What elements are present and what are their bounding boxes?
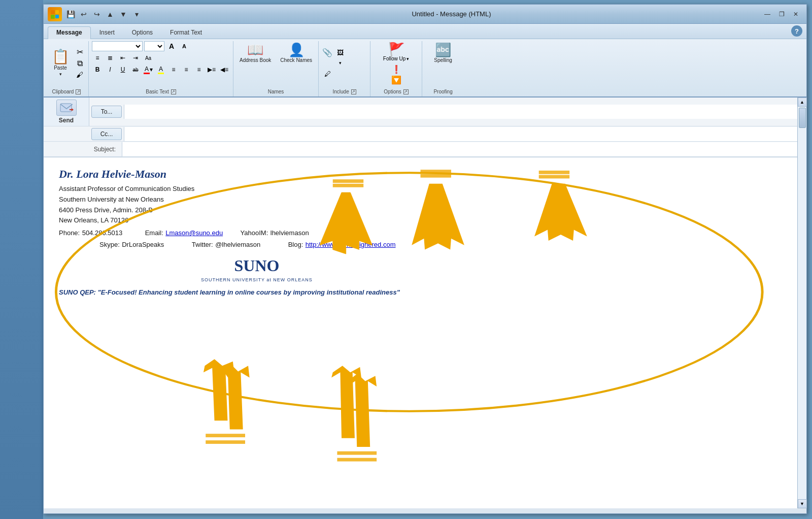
minimize-button[interactable]: — bbox=[761, 9, 774, 20]
redo-quick-btn[interactable]: ↪ bbox=[91, 9, 103, 20]
tab-insert[interactable]: Insert bbox=[91, 26, 123, 39]
quick-access-toolbar: 💾 ↩ ↪ ▲ ▼ ▾ bbox=[65, 9, 142, 20]
send-button-area[interactable]: Send bbox=[44, 98, 89, 126]
signature-contact-row2: Skype: DrLoraSpeaks Twitter: @lhelviemas… bbox=[59, 240, 782, 250]
high-importance-button[interactable]: ❗ bbox=[389, 64, 403, 75]
svg-rect-3 bbox=[51, 15, 55, 19]
svg-rect-15 bbox=[206, 434, 245, 437]
to-input[interactable] bbox=[124, 105, 797, 119]
help-button[interactable]: ? bbox=[791, 25, 802, 37]
attach-item-button[interactable]: 🖼 bbox=[334, 48, 346, 58]
cut-button[interactable]: ✂ bbox=[74, 47, 85, 57]
include-content: 📎 🖼 ▾ 🖊 bbox=[322, 41, 367, 87]
basic-text-expand[interactable]: ↗ bbox=[171, 89, 176, 94]
window-controls: — ❐ ✕ bbox=[761, 9, 802, 20]
spelling-button[interactable]: 🔤 Spelling bbox=[431, 41, 455, 65]
address-book-button[interactable]: 📖 Address Book bbox=[236, 41, 274, 65]
skype-label: Skype: bbox=[99, 241, 120, 248]
subject-input[interactable] bbox=[122, 142, 797, 156]
font-row-2: ≡ ≣ ⇤ ⇥ Aa bbox=[92, 53, 154, 63]
spelling-label: Spelling bbox=[434, 57, 452, 63]
close-button[interactable]: ✕ bbox=[789, 9, 802, 20]
clipboard-content: 📋 Paste ▾ ✂ ⧉ 🖌 bbox=[48, 41, 85, 87]
compose-main: Send To... Cc... Subject: bbox=[44, 98, 797, 508]
cc-input[interactable] bbox=[124, 127, 797, 141]
font-row-1: A A bbox=[92, 41, 190, 51]
svg-marker-14 bbox=[347, 374, 377, 447]
scroll-thumb[interactable] bbox=[799, 108, 806, 128]
format-painter-button[interactable]: 🖌 bbox=[74, 70, 85, 80]
restore-button[interactable]: ❐ bbox=[775, 9, 788, 20]
email-value[interactable]: Lmason@suno.edu bbox=[165, 229, 223, 237]
include-label: Include ↗ bbox=[322, 87, 367, 96]
copy-button[interactable]: ⧉ bbox=[74, 58, 85, 69]
compose-wrapper: Send To... Cc... Subject: bbox=[44, 98, 806, 508]
list-num-button[interactable]: ≣ bbox=[105, 53, 116, 63]
font-row-3: B I U ab A▾ A ≡ ≡ ≡ ▶≡ ◀≡ bbox=[92, 64, 230, 75]
ribbon-group-basic-text: A A ≡ ≣ ⇤ ⇥ Aa B I U ab A▾ bbox=[90, 41, 233, 96]
follow-up-button[interactable]: 🚩 Follow Up ▾ bbox=[380, 41, 412, 63]
check-names-icon: 👤 bbox=[288, 43, 304, 56]
scroll-up-button[interactable]: ▲ bbox=[798, 98, 807, 107]
underline-button[interactable]: U bbox=[117, 64, 128, 75]
svg-marker-13 bbox=[219, 364, 250, 430]
send-icon bbox=[56, 100, 77, 116]
strikethrough-button[interactable]: ab bbox=[130, 64, 141, 75]
undo-quick-btn[interactable]: ↩ bbox=[78, 9, 89, 20]
subject-row: Subject: bbox=[44, 142, 797, 157]
up-quick-btn[interactable]: ▲ bbox=[105, 9, 116, 20]
desktop-sidebar bbox=[0, 0, 43, 519]
save-quick-btn[interactable]: 💾 bbox=[65, 9, 76, 20]
customize-quick-btn[interactable]: ▾ bbox=[131, 9, 142, 20]
highlight-button[interactable]: A bbox=[155, 64, 166, 75]
clipboard-expand[interactable]: ↗ bbox=[76, 89, 81, 94]
tab-options[interactable]: Options bbox=[123, 26, 161, 39]
align-right-button[interactable]: ≡ bbox=[193, 64, 205, 75]
suno-logo: SUNO bbox=[234, 256, 279, 275]
subject-label: Subject: bbox=[89, 144, 120, 155]
font-name-select[interactable] bbox=[92, 41, 143, 51]
include-expand[interactable]: ↗ bbox=[351, 89, 356, 94]
align-center-button[interactable]: ≡ bbox=[181, 64, 192, 75]
italic-button[interactable]: I bbox=[105, 64, 116, 75]
outdent-button[interactable]: ◀≡ bbox=[219, 64, 230, 75]
font-color-dropdown[interactable]: A▾ bbox=[143, 64, 154, 75]
format-clear-button[interactable]: Aa bbox=[143, 53, 154, 63]
basic-text-label: Basic Text ↗ bbox=[92, 87, 230, 96]
send-label[interactable]: Send bbox=[59, 117, 74, 124]
signature-content: Dr. Lora Helvie-Mason Assistant Professo… bbox=[59, 168, 782, 297]
title-bar-left: 💾 ↩ ↪ ▲ ▼ ▾ bbox=[48, 7, 142, 21]
font-size-select[interactable] bbox=[144, 41, 164, 51]
tab-format-text[interactable]: Format Text bbox=[161, 26, 211, 39]
decrease-indent-button[interactable]: ⇤ bbox=[117, 53, 128, 63]
shrink-font-button[interactable]: A bbox=[179, 41, 190, 51]
basic-text-content: A A ≡ ≣ ⇤ ⇥ Aa B I U ab A▾ bbox=[92, 41, 230, 87]
scroll-down-button[interactable]: ▼ bbox=[798, 499, 807, 508]
cc-button[interactable]: Cc... bbox=[91, 128, 122, 140]
paste-button[interactable]: 📋 Paste ▾ bbox=[48, 41, 73, 85]
svg-rect-2 bbox=[55, 15, 59, 18]
grow-font-button[interactable]: A bbox=[166, 41, 177, 51]
email-body[interactable]: Dr. Lora Helvie-Mason Assistant Professo… bbox=[44, 157, 797, 508]
bold-button[interactable]: B bbox=[92, 64, 103, 75]
signature-button[interactable]: 🖊 bbox=[322, 69, 333, 79]
clipboard-label: Clipboard ↗ bbox=[48, 87, 85, 96]
increase-indent-button[interactable]: ⇥ bbox=[130, 53, 141, 63]
blog-value[interactable]: http://www.commhighered.com bbox=[306, 241, 396, 248]
check-names-button[interactable]: 👤 Check Names bbox=[277, 41, 315, 65]
down-quick-btn[interactable]: ▼ bbox=[118, 9, 129, 20]
attach-item-dropdown[interactable]: ▾ bbox=[334, 58, 346, 68]
list-bullet-button[interactable]: ≡ bbox=[92, 53, 103, 63]
attach-file-button[interactable]: 📎 bbox=[322, 48, 333, 58]
options-expand[interactable]: ↗ bbox=[403, 89, 409, 94]
tab-message[interactable]: Message bbox=[48, 26, 91, 39]
spelling-icon: 🔤 bbox=[435, 43, 451, 56]
indent-button[interactable]: ▶≡ bbox=[206, 64, 217, 75]
qep-text: SUNO QEP: "E-Focused! Enhancing student … bbox=[59, 288, 400, 296]
low-importance-button[interactable]: 🔽 bbox=[389, 75, 403, 85]
svg-rect-17 bbox=[337, 451, 377, 455]
align-left-button[interactable]: ≡ bbox=[168, 64, 179, 75]
attach-item-group: 🖼 ▾ bbox=[334, 48, 346, 68]
ribbon-group-options: 🚩 Follow Up ▾ ❗ 🔽 Options ↗ bbox=[371, 41, 422, 96]
to-button[interactable]: To... bbox=[91, 106, 122, 118]
